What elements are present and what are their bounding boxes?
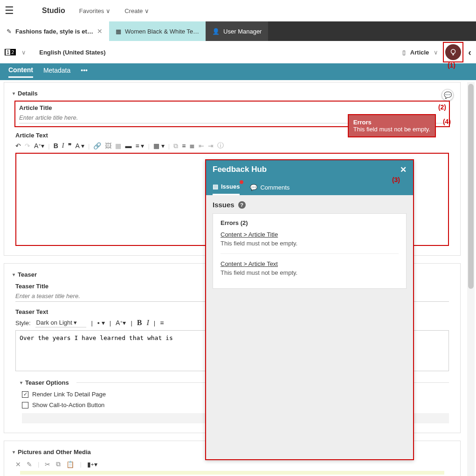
fontcolor-icon[interactable]: A ▾ [76,142,84,150]
redo-icon[interactable]: ↷ [25,142,30,150]
section-title: Pictures and Other Media [18,449,91,456]
issues-header: Issues [213,201,235,209]
error-header: Errors [353,119,430,126]
doctype-icon: ▯ [402,49,406,56]
pencil-icon: ✎ [7,28,12,35]
subsection-title: Teaser Options [25,379,69,386]
close-icon[interactable]: ✕ [97,27,103,35]
delete-icon[interactable]: ✕ [15,461,21,468]
chevron-down-icon[interactable]: ∨ [434,49,438,56]
issues-icon: ▤ [213,183,218,190]
page-toggle[interactable]: 12 [5,49,16,55]
indent-icon[interactable]: ⇥ [208,142,214,150]
chevron-down-icon: ∨ [145,7,149,14]
issue-message: This field must not be empty. [221,269,399,276]
annotation-3: (3) [392,176,400,184]
link-icon[interactable]: 🔗 [93,142,101,150]
font-icon[interactable]: A⁺▾ [116,319,126,326]
copy-icon[interactable]: ⧉ [173,142,178,150]
chevron-left-icon[interactable]: ‹ [468,47,471,58]
cut-icon[interactable]: ✂ [45,461,50,468]
list-ul-icon[interactable]: ≣ [189,142,195,150]
richtext-toolbar: ↶ ↷ A⁺▾ | B I ❞ A ▾ | 🔗 🖼 ▦ ▬ ≡ ▾ | ▦ ▾ … [15,142,449,150]
issue-link[interactable]: Content > Article Title [221,231,399,238]
copy-icon[interactable]: ⧉ [56,460,61,468]
error-tooltip: Errors This field must not be empty. [348,114,436,137]
section-title: Details [18,90,38,97]
list-ol-icon[interactable]: ≡ [182,142,186,150]
content-tabbar: Content Metadata ••• [0,63,476,80]
error-message: This field must not be empty. [353,126,430,133]
paste-icon[interactable]: 📋 [66,461,74,468]
tab-comments[interactable]: 💬 Comments [250,179,290,195]
tab-issues[interactable]: ▤ Issues [213,179,240,195]
chevron-down-icon[interactable]: ∨ [21,49,26,56]
caret-down-icon[interactable]: ▾ [13,91,15,96]
document-tabs: ✎ Fashions fade, style is et… ✕ ▦ Women … [0,21,476,41]
user-icon: 👤 [212,28,220,35]
bulb-icon [445,44,461,60]
close-icon[interactable]: ✕ [400,165,407,175]
edit-icon[interactable]: ✎ [27,461,32,468]
hamburger-icon[interactable]: ☰ [5,5,14,17]
caret-down-icon[interactable]: ▾ [20,380,22,385]
style-label: Style: [15,320,31,326]
align-icon[interactable]: ≡ ▾ [135,142,144,150]
bold-icon[interactable]: B [137,319,142,327]
scrollbar[interactable] [467,82,475,476]
font-icon[interactable]: A⁺▾ [34,142,44,150]
block-icon[interactable]: ▬ [125,142,131,150]
caret-down-icon[interactable]: ▾ [13,449,15,455]
more-icon[interactable]: ••• [81,67,88,77]
align-icon[interactable]: ≡ [160,319,164,326]
embed-icon[interactable]: ▦ [115,142,121,150]
feedback-toggle[interactable] [443,42,463,62]
top-bar: ☰ Studio Favorites∨ Create∨ [0,0,476,21]
tab-usermanager[interactable]: 👤 User Manager [206,21,268,41]
panel-title: Feedback Hub [213,165,267,175]
issue-link[interactable]: Content > Article Text [221,260,399,267]
menu-create[interactable]: Create∨ [124,7,149,14]
annotation-1: (1) [448,61,455,69]
undo-icon[interactable]: ↶ [15,142,21,150]
checkbox-renderlink[interactable]: ✓ [22,391,28,398]
issues-card: Errors (2) Content > Article Title This … [213,213,407,289]
bold-icon[interactable]: B [54,142,58,150]
document-icon: ▦ [116,28,121,35]
chevron-down-icon: ∨ [106,7,110,14]
tab-content[interactable]: Content [8,66,33,78]
svg-point-0 [451,49,455,54]
help-icon[interactable]: ? [238,201,246,209]
checkbox-cta[interactable] [22,402,28,408]
info-icon[interactable]: ⓘ [217,142,224,150]
table-icon[interactable]: ▦ ▾ [153,142,165,150]
tab-metadata[interactable]: Metadata [43,67,70,77]
field-label: Article Title [19,104,445,111]
quote-icon[interactable]: ❞ [68,142,72,150]
media-toolbar: ✕ ✎ | ✂ ⧉ 📋 | ▮+ ▾ [15,460,449,468]
style-select[interactable]: Dark on Light ▾ [35,318,87,327]
section-title: Teaser [18,271,37,278]
annotation-4: (4) [443,118,451,125]
caret-down-icon[interactable]: ▾ [13,272,15,277]
comments-icon: 💬 [250,184,257,191]
add-icon[interactable]: ▮+ ▾ [87,461,97,468]
checkbox-label: Render Link To Detail Page [32,391,106,398]
feedback-hub-panel: Feedback Hub ✕ (3) ▤ Issues 💬 Comments I… [205,159,414,460]
locale-label: English (United States) [39,49,105,56]
italic-icon[interactable]: I [62,142,64,150]
menu-favorites[interactable]: Favorites∨ [79,7,110,14]
comment-icon[interactable]: 💬 [442,89,454,101]
image-icon[interactable]: 🖼 [105,142,111,150]
outdent-icon[interactable]: ⇤ [199,142,204,150]
tab-women[interactable]: ▦ Women Black & White Te… [109,21,206,41]
errors-count: Errors (2) [221,219,399,226]
media-dropzone[interactable] [20,471,444,475]
brand: Studio [42,7,65,15]
tab-fashions[interactable]: ✎ Fashions fade, style is et… ✕ [0,21,109,41]
italic-icon[interactable]: I [147,319,149,327]
color-icon[interactable]: ▪ ▾ [97,319,105,326]
doctype-label: Article [410,49,429,56]
badge-dot [240,180,243,184]
scroll-thumb[interactable] [468,84,474,289]
